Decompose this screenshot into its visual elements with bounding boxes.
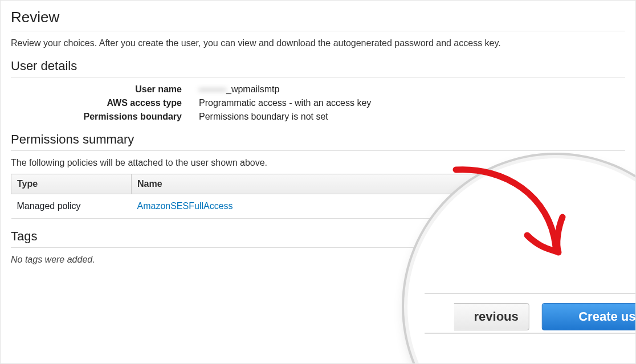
user-name-value: ———_wpmailsmtp	[199, 84, 625, 95]
permissions-boundary-label: Permissions boundary	[11, 112, 199, 122]
access-type-row: AWS access type Programmatic access - wi…	[11, 98, 625, 108]
user-name-label: User name	[11, 84, 199, 95]
permissions-boundary-value: Permissions boundary is not set	[199, 112, 625, 122]
policy-type: Managed policy	[11, 194, 132, 219]
review-heading: Review	[11, 9, 625, 26]
access-type-label: AWS access type	[11, 98, 199, 108]
policy-name-link[interactable]: AmazonSESFullAccess	[137, 201, 233, 211]
create-user-button[interactable]: Create user	[542, 303, 636, 330]
user-details-heading: User details	[11, 59, 625, 73]
divider	[11, 31, 625, 31]
divider	[11, 77, 625, 77]
user-name-row: User name ———_wpmailsmtp	[11, 84, 625, 95]
access-type-value: Programmatic access - with an access key	[199, 98, 625, 108]
permissions-boundary-row: Permissions boundary Permissions boundar…	[11, 112, 625, 122]
divider	[11, 150, 625, 151]
user-name-suffix: _wpmailsmtp	[226, 84, 279, 94]
review-description: Review your choices. After you create th…	[11, 38, 625, 48]
permissions-summary-heading: Permissions summary	[11, 132, 625, 147]
previous-button[interactable]: revious	[442, 303, 529, 330]
user-name-redacted: ———	[199, 84, 226, 95]
policies-col-type: Type	[11, 174, 132, 194]
